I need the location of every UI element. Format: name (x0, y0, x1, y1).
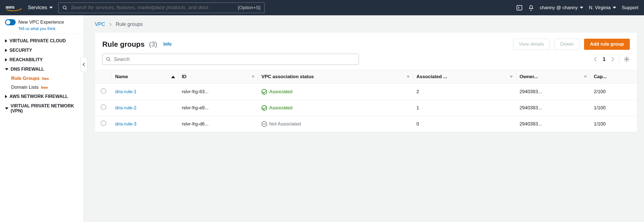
row-select-radio[interactable] (101, 88, 106, 94)
pager: 1 (594, 56, 614, 62)
caret-down-icon (49, 7, 53, 9)
col-id[interactable]: ID (178, 70, 258, 84)
col-name[interactable]: Name (112, 70, 178, 84)
col-owner[interactable]: Owner... (516, 70, 590, 84)
col-select (95, 70, 112, 84)
global-search[interactable]: [Option+S] (58, 3, 265, 13)
svg-text:aws: aws (6, 4, 14, 10)
rule-groups-table: Name ID VPC association status Associate… (95, 70, 637, 132)
panel-header: Rule groups (3) Info View details Delete… (95, 33, 637, 54)
add-rule-group-button[interactable]: Add rule group (584, 39, 630, 50)
table-search[interactable] (102, 54, 359, 65)
services-menu[interactable]: Services (28, 5, 53, 11)
filter-icon (406, 76, 410, 78)
new-experience-toggle[interactable] (5, 19, 16, 25)
row-select-radio[interactable] (101, 104, 106, 110)
new-experience-box: New VPC Experience Tell us what you thin… (0, 15, 83, 34)
owner-id: 2940383... (516, 84, 590, 100)
new-badge: New (42, 77, 49, 81)
filter-icon (251, 76, 255, 78)
rule-group-name-link[interactable]: dns-rule-2 (115, 105, 137, 110)
bell-icon[interactable] (528, 5, 534, 11)
divider (619, 55, 619, 63)
aws-logo[interactable]: aws (6, 4, 22, 11)
vpc-association-status: Not Associated (262, 121, 410, 127)
filter-icon (510, 76, 513, 78)
info-link[interactable]: Info (163, 42, 171, 47)
status-none-icon (262, 121, 267, 127)
caret-down-icon (580, 7, 583, 9)
caret-right-icon (5, 58, 7, 61)
sidebar-item-rule-groups[interactable]: Rule Groups New (4, 74, 79, 83)
caret-down-icon (613, 7, 616, 9)
delete-button[interactable]: Delete (554, 39, 580, 50)
pager-next-icon[interactable] (611, 57, 614, 62)
global-search-input[interactable] (71, 5, 234, 11)
account-menu[interactable]: channy @ channy (540, 5, 583, 11)
rule-group-id: rslvr-frg-63... (178, 84, 258, 100)
caret-down-icon (5, 68, 8, 70)
new-badge: New (41, 86, 48, 90)
chevron-left-icon (83, 63, 85, 66)
table-row: dns-rule-1rslvr-frg-63...Associated22940… (95, 84, 637, 100)
vpc-association-status: Associated (262, 105, 410, 111)
sidebar-section-reachability[interactable]: REACHABILITY (4, 55, 79, 65)
support-link[interactable]: Support (622, 5, 638, 11)
sidebar: New VPC Experience Tell us what you thin… (0, 15, 84, 222)
breadcrumb-root[interactable]: VPC (95, 21, 105, 27)
rule-group-name-link[interactable]: dns-rule-1 (115, 89, 137, 94)
sidebar-section-vpn[interactable]: VIRTUAL PRIVATE NETWORK (VPN) (4, 101, 79, 116)
rule-groups-panel: Rule groups (3) Info View details Delete… (95, 32, 637, 132)
associated-count: 0 (413, 116, 516, 132)
chevron-right-icon (109, 23, 112, 26)
cloudshell-icon[interactable] (516, 5, 522, 11)
table-row: dns-rule-2rslvr-frg-e9...Associated12940… (95, 100, 637, 116)
search-icon (62, 5, 67, 10)
panel-count: (3) (149, 40, 157, 48)
region-menu[interactable]: N. Virginia (589, 5, 616, 11)
owner-id: 2940383... (516, 100, 590, 116)
rule-group-id: rslvr-frg-e9... (178, 100, 258, 116)
sidebar-collapse-handle[interactable] (81, 57, 87, 72)
status-ok-icon (262, 105, 267, 111)
caret-down-icon (5, 107, 8, 110)
capacity: 2/100 (590, 84, 637, 100)
feedback-link[interactable]: Tell us what you think (18, 26, 78, 31)
region-label: N. Virginia (589, 5, 611, 11)
row-select-radio[interactable] (101, 120, 106, 126)
filter-icon (584, 76, 587, 78)
view-details-button[interactable]: View details (513, 39, 550, 50)
sidebar-section-security[interactable]: SECURITY (4, 46, 79, 55)
panel-toolbar: 1 (95, 54, 637, 70)
search-icon (106, 57, 111, 62)
breadcrumb-current: Rule groups (116, 21, 143, 27)
col-associated[interactable]: Associated ... (413, 70, 516, 84)
sidebar-section-vpc[interactable]: VIRTUAL PRIVATE CLOUD (4, 36, 79, 46)
owner-id: 2940383... (516, 116, 590, 132)
panel-title: Rule groups (102, 40, 145, 49)
svg-line-2 (66, 8, 67, 10)
sidebar-section-network-firewall[interactable]: AWS NETWORK FIREWALL (4, 92, 79, 101)
account-label: channy @ channy (540, 5, 578, 11)
search-shortcut-hint: [Option+S] (238, 5, 260, 11)
capacity: 1/100 (590, 116, 637, 132)
sidebar-item-domain-lists[interactable]: Domain Lists New (4, 83, 79, 92)
rule-group-name-link[interactable]: dns-rule-3 (115, 121, 137, 127)
caret-right-icon (5, 95, 7, 98)
sort-asc-icon (171, 76, 175, 78)
vpc-association-status: Associated (262, 89, 410, 95)
rule-group-id: rslvr-frg-d6... (178, 116, 258, 132)
sidebar-section-dns-firewall[interactable]: DNS FIREWALL (4, 65, 79, 74)
col-cap[interactable]: Cap... (590, 70, 637, 84)
svg-point-6 (626, 58, 628, 60)
gear-icon[interactable] (624, 56, 630, 62)
pager-prev-icon[interactable] (594, 57, 597, 62)
svg-line-5 (109, 60, 110, 61)
svg-point-1 (63, 6, 66, 9)
col-vpc-status[interactable]: VPC association status (258, 70, 413, 84)
table-search-input[interactable] (114, 56, 355, 62)
services-label: Services (28, 5, 47, 11)
caret-right-icon (5, 49, 7, 52)
associated-count: 1 (413, 100, 516, 116)
svg-point-4 (106, 57, 110, 60)
